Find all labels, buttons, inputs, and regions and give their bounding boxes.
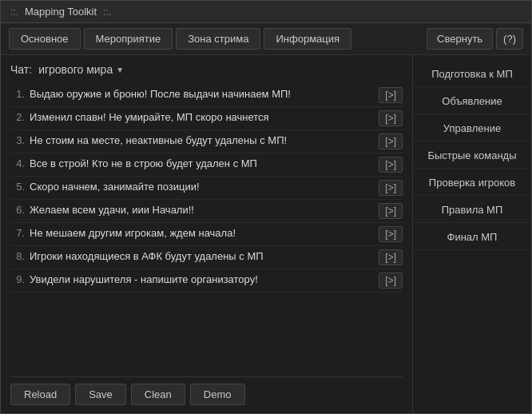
list-item: 1. Выдаю оружие и броню! После выдачи на… bbox=[10, 84, 403, 107]
reload-button[interactable]: Reload bbox=[10, 384, 70, 405]
chat-label: Чат: bbox=[10, 63, 32, 76]
title-suffix-icon: ::. bbox=[103, 6, 111, 18]
chat-channel-name: игрового мира bbox=[38, 63, 113, 76]
sidebar-item-management[interactable]: Управление bbox=[413, 116, 531, 141]
send-message-button[interactable]: [>] bbox=[379, 203, 403, 219]
send-message-button[interactable]: [>] bbox=[379, 180, 403, 196]
save-button[interactable]: Save bbox=[75, 384, 126, 405]
message-number: 8. bbox=[10, 249, 25, 262]
message-number: 3. bbox=[10, 133, 25, 146]
main-panel: Чат: игрового мира ▼ 1. Выдаю оружие и б… bbox=[1, 55, 413, 413]
collapse-button[interactable]: Свернуть bbox=[427, 28, 493, 50]
message-text: Выдаю оружие и броню! После выдачи начин… bbox=[30, 87, 374, 102]
help-button[interactable]: (?) bbox=[496, 28, 523, 50]
messages-list: 1. Выдаю оружие и броню! После выдачи на… bbox=[10, 84, 403, 368]
send-message-button[interactable]: [>] bbox=[379, 226, 403, 242]
message-text: Желаем всем удачи, иии Начали!! bbox=[30, 203, 374, 217]
list-item: 2. Изменил спавн! Не умирайте, МП скоро … bbox=[10, 107, 403, 130]
message-text: Изменил спавн! Не умирайте, МП скоро нач… bbox=[30, 110, 374, 125]
send-message-button[interactable]: [>] bbox=[379, 273, 403, 289]
nav-bar: Основное Мероприятие Зона стрима Информа… bbox=[1, 23, 531, 55]
message-text: Игроки находящиеся в АФК будут удалены с… bbox=[30, 249, 374, 264]
chat-header: Чат: игрового мира ▼ bbox=[10, 63, 403, 76]
message-text: Не мешаем другим игрокам, ждем начала! bbox=[30, 226, 374, 241]
tab-info[interactable]: Информация bbox=[264, 28, 351, 50]
message-number: 9. bbox=[10, 273, 25, 285]
list-item: 9. Увидели нарушителя - напишите организ… bbox=[10, 269, 403, 293]
send-message-button[interactable]: [>] bbox=[379, 87, 403, 103]
tab-basic[interactable]: Основное bbox=[9, 28, 81, 50]
sidebar-item-final[interactable]: Финал МП bbox=[413, 225, 531, 250]
sidebar-item-check-players[interactable]: Проверка игроков bbox=[413, 170, 531, 196]
window-title: Mapping Toolkit bbox=[25, 6, 97, 18]
list-item: 4. Все в строй! Кто не в строю будет уда… bbox=[10, 153, 403, 177]
send-message-button[interactable]: [>] bbox=[379, 157, 403, 173]
send-message-button[interactable]: [>] bbox=[379, 249, 403, 265]
chat-channel-dropdown[interactable]: игрового мира ▼ bbox=[38, 63, 124, 76]
message-number: 6. bbox=[10, 203, 25, 216]
clean-button[interactable]: Clean bbox=[131, 384, 185, 405]
message-text: Все в строй! Кто не в строю будет удален… bbox=[30, 157, 374, 171]
title-bar: ::. Mapping Toolkit ::. bbox=[1, 1, 531, 23]
send-message-button[interactable]: [>] bbox=[379, 133, 403, 149]
message-text: Не стоим на месте, неактивные будут удал… bbox=[30, 133, 374, 148]
tab-stream[interactable]: Зона стрима bbox=[176, 28, 260, 50]
list-item: 8. Игроки находящиеся в АФК будут удален… bbox=[10, 246, 403, 269]
sidebar-item-prepare[interactable]: Подготовка к МП bbox=[413, 62, 531, 87]
main-window: ::. Mapping Toolkit ::. Основное Меропри… bbox=[0, 0, 532, 414]
side-panel: Подготовка к МП Объявление Управление Бы… bbox=[413, 55, 531, 413]
list-item: 7. Не мешаем другим игрокам, ждем начала… bbox=[10, 223, 403, 246]
sidebar-item-announcement[interactable]: Объявление bbox=[413, 89, 531, 114]
dropdown-arrow-icon: ▼ bbox=[116, 66, 124, 74]
tab-event[interactable]: Мероприятие bbox=[84, 28, 173, 50]
demo-button[interactable]: Demo bbox=[190, 384, 245, 405]
message-number: 4. bbox=[10, 157, 25, 169]
message-text: Увидели нарушителя - напишите организато… bbox=[30, 273, 374, 287]
message-number: 5. bbox=[10, 180, 25, 193]
message-number: 7. bbox=[10, 226, 25, 239]
list-item: 6. Желаем всем удачи, иии Начали!! [>] bbox=[10, 200, 403, 223]
list-item: 3. Не стоим на месте, неактивные будут у… bbox=[10, 130, 403, 153]
sidebar-item-rules[interactable]: Правила МП bbox=[413, 197, 531, 223]
content-area: Чат: игрового мира ▼ 1. Выдаю оружие и б… bbox=[1, 55, 531, 413]
list-item: 5. Скоро начнем, занимайте позиции! [>] bbox=[10, 177, 403, 200]
send-message-button[interactable]: [>] bbox=[379, 110, 403, 126]
title-prefix-icon: ::. bbox=[10, 6, 18, 18]
bottom-buttons: Reload Save Clean Demo bbox=[10, 376, 403, 405]
message-number: 1. bbox=[10, 87, 25, 100]
sidebar-item-quick-commands[interactable]: Быстрые команды bbox=[413, 143, 531, 169]
message-number: 2. bbox=[10, 110, 25, 123]
message-text: Скоро начнем, занимайте позиции! bbox=[30, 180, 374, 194]
